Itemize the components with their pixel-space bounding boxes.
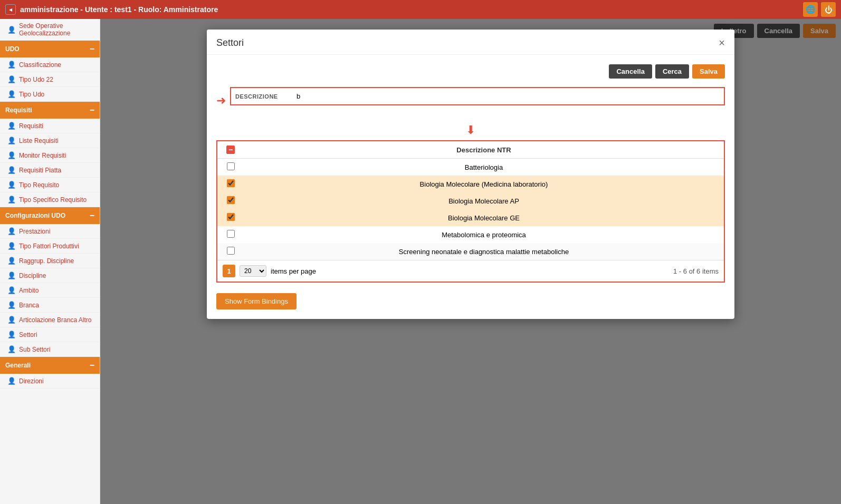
user-icon: 👤 [7,242,16,250]
sidebar-item-classificazione[interactable]: 👤 Classificazione [0,57,100,72]
row-checkbox-cell [217,176,244,192]
row-checkbox[interactable] [227,179,235,187]
down-arrow-annotation: ⬇ [216,123,725,137]
collapse-icon: − [90,361,94,370]
user-icon: 👤 [7,61,16,69]
collapse-icon: − [90,44,94,54]
modal-cancel-button[interactable]: Cancella [609,64,652,79]
app-title: amministrazione - Utente : test1 - Ruolo… [20,5,803,14]
sidebar-item-direzioni[interactable]: 👤 Direzioni [0,374,100,389]
user-icon: 👤 [7,196,16,203]
row-checkbox[interactable] [227,213,235,221]
modal-cerca-button[interactable]: Cerca [655,64,689,79]
modal-save-button[interactable]: Salva [692,64,725,79]
power-button[interactable]: ⏻ [821,2,836,17]
sidebar-section-requisiti[interactable]: Requisiti − [0,102,100,119]
row-checkbox[interactable] [227,230,235,238]
globe-button[interactable]: 🌐 [803,2,818,17]
sidebar-item-monitor-requisiti[interactable]: 👤 Monitor Requisiti [0,148,100,163]
results-table: − Descrizione NTR BatteriologiaBiologia … [217,141,724,260]
user-icon: 👤 [7,272,16,279]
sidebar-item-tipo-udo-22[interactable]: 👤 Tipo Udo 22 [0,72,100,87]
sidebar-section-udo[interactable]: UDO − [0,41,100,57]
user-icon: 👤 [7,90,16,98]
row-label: Batteriologia [244,159,724,176]
sidebar-item-tipo-requisito[interactable]: 👤 Tipo Requisito [0,178,100,192]
sidebar-item-requisiti-piatta[interactable]: 👤 Requisiti Piatta [0,163,100,178]
sidebar-item-prestazioni[interactable]: 👤 Prestazioni [0,224,100,239]
table-header-row: − Descrizione NTR [217,141,724,159]
user-icon: 👤 [7,377,16,385]
sidebar-item-branca[interactable]: 👤 Branca [0,298,100,313]
sidebar-item-requisiti[interactable]: 👤 Requisiti [0,119,100,133]
deselect-all-button[interactable]: − [226,146,235,154]
table-row: Biologia Molecolare GE [217,209,724,226]
user-icon: 👤 [7,137,16,144]
user-icon: 👤 [7,331,16,338]
descrizione-input[interactable] [293,91,720,101]
sidebar-item-ambito[interactable]: 👤 Ambito [0,283,100,298]
sidebar-section-generali[interactable]: Generali − [0,357,100,374]
sidebar-item-discipline[interactable]: 👤 Discipline [0,268,100,283]
user-icon: 👤 [7,316,16,324]
sidebar-item-articolazione-branca[interactable]: 👤 Articolazione Branca Altro [0,313,100,327]
user-icon: 👤 [7,286,16,294]
user-icon: 👤 [7,257,16,265]
row-checkbox[interactable] [227,162,235,170]
show-form-bindings-button[interactable]: Show Form Bindings [216,293,297,309]
row-checkbox[interactable] [227,247,235,255]
user-icon: 👤 [7,166,16,174]
user-icon: 👤 [7,26,16,34]
row-label: Metabolomica e proteomica [244,226,724,243]
descrizione-form-row: DESCRIZIONE [230,87,725,105]
row-label: Screening neonatale e diagnostica malatt… [244,243,724,260]
left-arrow-annotation: ➜ [216,94,226,108]
sidebar-item-sede[interactable]: 👤 Sede Operative Geolocalizzazione [0,19,100,41]
collapse-icon: − [90,105,94,115]
modal-body: Cancella Cerca Salva ➜ DESCRIZIONE [207,55,734,319]
user-icon: 👤 [7,345,16,353]
table-row: Batteriologia [217,159,724,176]
descrizione-label: DESCRIZIONE [235,93,293,100]
sidebar: 👤 Sede Operative Geolocalizzazione UDO −… [0,19,100,504]
results-table-container: − Descrizione NTR BatteriologiaBiologia … [216,140,725,283]
sidebar-item-raggrup-discipline[interactable]: 👤 Raggrup. Discipline [0,254,100,268]
row-checkbox-cell [217,159,244,176]
user-icon: 👤 [7,75,16,83]
modal-close-button[interactable]: × [719,37,725,49]
modal-header: Settori × [207,30,734,55]
row-label: Biologia Molecolare GE [244,209,724,226]
main-content: Indietro Cancella Salva Settori × Cancel… [100,19,841,504]
sidebar-item-tipo-fattori[interactable]: 👤 Tipo Fattori Produttivi [0,239,100,254]
row-checkbox-cell [217,192,244,209]
sidebar-item-sub-settori[interactable]: 👤 Sub Settori [0,342,100,357]
descrizione-ntr-header: Descrizione NTR [244,141,724,159]
user-icon: 👤 [7,227,16,235]
row-label: Biologia Molecolare (Medicina laboratori… [244,176,724,192]
sidebar-item-liste-requisiti[interactable]: 👤 Liste Requisiti [0,133,100,148]
row-checkbox-cell [217,226,244,243]
sidebar-section-config-udo[interactable]: Configurazioni UDO − [0,207,100,224]
table-row: Biologia Molecolare (Medicina laboratori… [217,176,724,192]
sidebar-item-settori[interactable]: 👤 Settori [0,327,100,342]
modal-title: Settori [216,37,244,49]
pagination-bar: 1 20 50 100 items per page 1 - 6 of 6 it… [217,260,724,282]
table-row: Metabolomica e proteomica [217,226,724,243]
back-arrow-icon[interactable]: ◀ [5,4,16,15]
sidebar-item-tipo-specifico-requisito[interactable]: 👤 Tipo Specifico Requisito [0,192,100,207]
sidebar-item-tipo-udo[interactable]: 👤 Tipo Udo [0,87,100,102]
user-icon: 👤 [7,301,16,309]
modal-settori: Settori × Cancella Cerca Salva ➜ [207,30,734,319]
collapse-icon: − [90,211,94,220]
row-label: Biologia Molecolare AP [244,192,724,209]
modal-actions: Cancella Cerca Salva [216,64,725,79]
per-page-select[interactable]: 20 50 100 [240,265,266,277]
page-1-button[interactable]: 1 [223,265,235,277]
top-bar: ◀ amministrazione - Utente : test1 - Ruo… [0,0,841,19]
pagination-info: 1 - 6 of 6 items [673,267,719,275]
user-icon: 👤 [7,151,16,159]
row-checkbox-cell [217,209,244,226]
table-row: Screening neonatale e diagnostica malatt… [217,243,724,260]
row-checkbox[interactable] [227,196,235,204]
table-row: Biologia Molecolare AP [217,192,724,209]
